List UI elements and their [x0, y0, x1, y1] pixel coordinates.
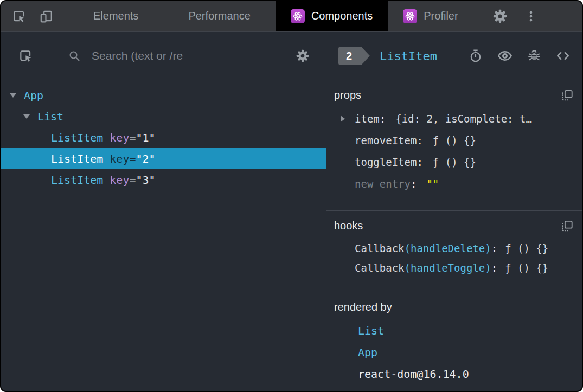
prop-row-removeitem[interactable]: removeItem: ƒ () {} [334, 130, 573, 151]
new-entry-value: "" [426, 178, 439, 190]
chevron-down-icon [23, 114, 30, 119]
prop-row-toggleitem[interactable]: toggleItem: ƒ () {} [334, 151, 573, 173]
key-attr-operator: = [129, 152, 136, 165]
prop-value: {id: 2, isComplete: t… [395, 113, 532, 125]
devtools-window: Elements Performance Components Profiler [0, 0, 583, 392]
owner-name: List [358, 324, 384, 337]
settings-button[interactable] [492, 9, 508, 24]
prop-value: ƒ () {} [433, 156, 476, 168]
select-element-button[interactable] [18, 49, 33, 63]
tree-row-listitem-2-selected[interactable]: ListItem key = "2" [1, 148, 326, 169]
tab-performance[interactable]: Performance [163, 1, 276, 31]
selection-index-badge: 2 [338, 47, 370, 65]
kebab-menu-icon [524, 9, 538, 23]
copy-icon [561, 89, 573, 101]
search-area [49, 49, 279, 62]
tab-profiler[interactable]: Profiler [388, 1, 473, 31]
inspect-dom-button[interactable] [497, 48, 512, 63]
hook-row-handletoggle[interactable]: Callback(handleToggle): ƒ () {} [334, 258, 573, 278]
tab-label: Elements [93, 10, 138, 22]
view-settings-button[interactable] [296, 49, 310, 63]
components-tree-panel: App List ListItem key = "1" ListItem key [1, 32, 326, 391]
component-details-panel: 2 ListItem [326, 32, 582, 391]
suspend-toggle-button[interactable] [469, 49, 483, 63]
inspect-cursor-icon [12, 9, 26, 23]
key-attr-value: "3" [136, 173, 156, 187]
prop-row-new-entry[interactable]: new entry: "" [334, 173, 573, 195]
tab-label: Performance [188, 10, 251, 22]
tree-row-app[interactable]: App [1, 85, 326, 106]
colon: : [491, 262, 497, 274]
props-section: props item: {id: 2, isComplete: t… remov… [326, 80, 582, 211]
component-name: ListItem [51, 173, 103, 187]
hook-name: Callback [355, 262, 405, 274]
tab-components[interactable]: Components [276, 1, 388, 31]
copy-icon [561, 220, 573, 232]
chevron-right-icon[interactable] [341, 115, 345, 122]
device-toolbar-icon [39, 9, 53, 23]
details-sections: props item: {id: 2, isComplete: t… remov… [326, 80, 582, 391]
hook-value: ƒ () {} [505, 262, 548, 274]
hooks-header: hooks [334, 220, 573, 232]
rendered-by-link-list[interactable]: List [334, 320, 573, 342]
colon: : [380, 113, 386, 125]
details-actions [469, 48, 570, 63]
toggle-device-toolbar-button[interactable] [39, 9, 53, 23]
selected-component-title: ListItem [380, 49, 437, 63]
tab-elements[interactable]: Elements [68, 1, 163, 31]
tab-label: Profiler [424, 10, 458, 22]
tree-row-list[interactable]: List [1, 106, 326, 127]
rendered-by-react-dom: react-dom@16.14.0 [334, 363, 573, 385]
react-logo-icon [403, 9, 417, 23]
rendered-by-link-app[interactable]: App [334, 342, 573, 363]
key-attr-operator: = [129, 173, 136, 187]
hook-detail: (handleDelete) [405, 242, 491, 254]
copy-props-button[interactable] [561, 89, 573, 101]
stopwatch-icon [469, 49, 483, 63]
key-attr-operator: = [129, 131, 136, 144]
prop-row-item[interactable]: item: {id: 2, isComplete: t… [334, 108, 573, 130]
key-attr-name: key [110, 152, 129, 165]
colon: : [417, 134, 422, 146]
new-entry-name: new entry [355, 178, 411, 190]
owner-name: App [358, 346, 377, 359]
gear-icon [492, 9, 508, 24]
tree-row-listitem-3[interactable]: ListItem key = "3" [1, 169, 326, 190]
section-title: hooks [334, 220, 363, 232]
tab-label: Components [311, 10, 373, 22]
prop-name: item [355, 113, 380, 125]
key-attr-name: key [110, 173, 129, 187]
devtools-content: App List ListItem key = "1" ListItem key [1, 32, 582, 391]
inspect-element-button[interactable] [12, 9, 26, 23]
prop-name: toggleItem [355, 156, 417, 168]
component-name: List [37, 110, 63, 123]
toolbar-divider [279, 43, 279, 68]
tabbar-divider [67, 8, 67, 25]
copy-hooks-button[interactable] [561, 220, 573, 232]
component-name: App [24, 89, 43, 102]
devtools-tabbar: Elements Performance Components Profiler [1, 1, 582, 32]
hooks-section: hooks Callback(handleDelete): ƒ () {} Ca… [326, 211, 582, 292]
hook-row-handledelete[interactable]: Callback(handleDelete): ƒ () {} [334, 239, 573, 258]
tree-toolbar [1, 32, 326, 80]
props-header: props [334, 89, 573, 101]
renderer-version: react-dom@16.14.0 [358, 368, 469, 381]
details-header: 2 ListItem [326, 32, 582, 80]
colon: : [411, 178, 417, 190]
chevron-down-icon [10, 93, 16, 98]
view-source-button[interactable] [556, 49, 570, 63]
collapse-toggle[interactable] [10, 93, 24, 98]
component-name: ListItem [51, 152, 103, 165]
key-attr-value: "1" [136, 131, 156, 144]
more-options-button[interactable] [524, 9, 538, 23]
rendered-by-header: rendered by [334, 301, 573, 313]
key-attr-value: "2" [136, 152, 156, 165]
colon: : [417, 156, 422, 168]
bug-icon [527, 49, 541, 63]
search-input[interactable] [92, 49, 254, 62]
hook-name: Callback [355, 242, 405, 254]
code-brackets-icon [556, 49, 570, 63]
tree-row-listitem-1[interactable]: ListItem key = "1" [1, 127, 326, 148]
collapse-toggle[interactable] [23, 114, 37, 119]
log-to-console-button[interactable] [527, 49, 541, 63]
